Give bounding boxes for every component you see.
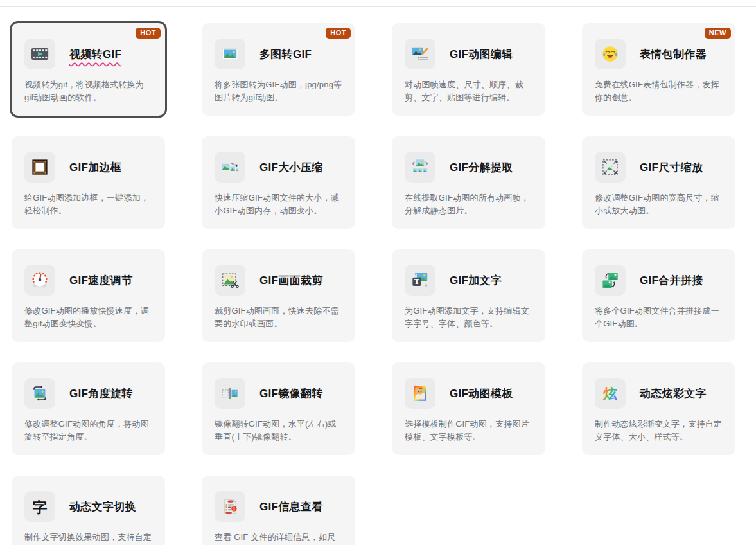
- tool-description: 快速压缩GIF动图文件的大小，减小GIF动图内存，动图变小。: [215, 192, 342, 217]
- add-text-icon: T: [405, 265, 435, 296]
- tool-description: 免费在线GIF表情包制作器，发挥你的创意。: [595, 78, 723, 104]
- multi-photo-icon: [215, 39, 245, 69]
- compress-images-icon: [215, 152, 245, 183]
- card-header: GIF镜像翻转: [215, 378, 342, 409]
- card-header: GIF画面裁剪: [215, 265, 342, 296]
- tool-description: 将多个GIF动图文件合并拼接成一个GIF动图。: [595, 305, 723, 330]
- tool-title: GIF镜像翻转: [259, 386, 322, 401]
- tool-card-16[interactable]: 炫 动态炫彩文字 制作动态炫彩渐变文字，支持自定义字体、大小、样式等。: [582, 362, 735, 455]
- status-badge: NEW: [705, 28, 731, 39]
- tool-description: 为GIF动图添加文字，支持编辑文字字号、字体、颜色等。: [405, 305, 532, 330]
- tool-card-8[interactable]: GIF尺寸缩放 修改调整GIF动图的宽高尺寸，缩小或放大动图。: [582, 136, 735, 229]
- tool-description: 裁剪GIF动图画面，快速去除不需要的水印或画面。: [215, 305, 342, 330]
- tool-description: 对动图帧速度、尺寸、顺序、裁剪、文字、贴图等进行编辑。: [405, 78, 532, 104]
- tool-description: 镜像翻转GIF动图，水平(左右)或垂直(上下)镜像翻转。: [215, 418, 342, 443]
- picture-frame-icon: [24, 152, 55, 183]
- top-divider: [0, 0, 756, 7]
- card-header: 炫 动态炫彩文字: [595, 378, 723, 409]
- tool-title: GIF大小压缩: [259, 160, 322, 175]
- card-header: GIF速度调节: [24, 265, 152, 296]
- tool-title: GIF角度旋转: [69, 386, 132, 401]
- tool-card-7[interactable]: GIF分解提取 在线提取GIF动图的所有动画帧，分解成静态图片。: [392, 136, 545, 229]
- tool-description: 将多张图转为GIF动图，jpg/png等图片转为gif动图。: [215, 78, 342, 104]
- tool-card-5[interactable]: GIF加边框 给GIF动图添加边框，一键添加，轻松制作。: [12, 136, 165, 229]
- tool-description: 给GIF动图添加边框，一键添加，轻松制作。: [24, 192, 152, 217]
- resize-arrows-icon: [595, 152, 626, 183]
- tool-title: GIF分解提取: [450, 160, 513, 175]
- tool-title: GIF信息查看: [259, 499, 322, 514]
- char-switch-icon: 字: [24, 491, 55, 522]
- rotate-arrows-icon: [24, 378, 55, 409]
- tool-description: 在线提取GIF动图的所有动画帧，分解成静态图片。: [405, 192, 532, 217]
- card-header: GIF大小压缩: [215, 152, 342, 183]
- tool-description: 选择模板制作GIF动图，支持图片模板、文字模板等。: [405, 418, 532, 443]
- svg-text:炫: 炫: [602, 386, 617, 402]
- photo-edit-icon: [405, 39, 435, 69]
- tool-card-4[interactable]: NEW 表情包制作器 免费在线GIF表情包制作器，发挥你的创意。: [582, 23, 735, 116]
- tool-title: 表情包制作器: [640, 47, 707, 62]
- card-header: GIF信息查看: [215, 491, 342, 522]
- tool-description: 修改调整GIF动图的宽高尺寸，缩小或放大动图。: [595, 192, 723, 217]
- tool-title: GIF动图编辑: [450, 47, 513, 62]
- card-header: 多图转GIF: [215, 39, 342, 69]
- laughing-emoji-icon: [595, 39, 626, 69]
- card-header: GIF加边框: [24, 152, 152, 183]
- tool-card-6[interactable]: GIF大小压缩 快速压缩GIF动图文件的大小，减小GIF动图内存，动图变小。: [202, 136, 355, 229]
- card-header: GIF动图模板: [405, 378, 532, 409]
- tool-title: GIF加文字: [450, 273, 502, 288]
- tool-title: GIF动图模板: [450, 386, 513, 401]
- card-header: 字 动态文字切换: [24, 491, 152, 522]
- tool-title: 动态炫彩文字: [640, 386, 707, 401]
- tool-title: 动态文字切换: [69, 499, 136, 514]
- tool-card-12[interactable]: GIF合并拼接 将多个GIF动图文件合并拼接成一个GIF动图。: [582, 249, 735, 342]
- card-header: GIF分解提取: [405, 152, 532, 183]
- tool-card-9[interactable]: GIF速度调节 修改GIF动图的播放快慢速度，调整gif动图变快变慢。: [12, 249, 165, 342]
- template-photo-icon: [405, 378, 435, 409]
- status-badge: HOT: [136, 28, 161, 39]
- status-badge: HOT: [326, 28, 351, 39]
- tool-title: 视频转GIF: [69, 47, 121, 62]
- svg-text:T: T: [414, 278, 419, 285]
- card-header: GIF合并拼接: [595, 265, 723, 296]
- tool-title: GIF加边框: [69, 160, 121, 175]
- tool-card-17[interactable]: 字 动态文字切换 制作文字切换效果动图，支持自定义文字、大小、样式等。: [12, 476, 165, 545]
- speedometer-icon: [24, 265, 55, 296]
- film-play-icon: [24, 39, 55, 69]
- tool-title: 多图转GIF: [259, 47, 312, 62]
- document-info-icon: [215, 491, 245, 522]
- card-header: GIF角度旋转: [24, 378, 152, 409]
- extract-frames-icon: [405, 152, 435, 183]
- svg-text:字: 字: [33, 499, 48, 515]
- tool-description: 制作文字切换效果动图，支持自定义文字、大小、样式等。: [24, 531, 152, 545]
- tool-grid: HOT 视频转GIF 视频转为gif，将视频格式转换为gif动图动画的软件。 H…: [12, 23, 756, 545]
- tool-description: 制作动态炫彩渐变文字，支持自定义字体、大小、样式等。: [595, 418, 723, 443]
- tool-card-15[interactable]: GIF动图模板 选择模板制作GIF动图，支持图片模板、文字模板等。: [392, 362, 545, 455]
- mirror-flip-icon: [215, 378, 245, 409]
- crop-scissors-icon: [215, 265, 245, 296]
- card-header: 视频转GIF: [24, 39, 152, 69]
- colorful-char-icon: 炫: [595, 378, 626, 409]
- tool-description: 视频转为gif，将视频格式转换为gif动图动画的软件。: [24, 78, 152, 104]
- tool-card-11[interactable]: T GIF加文字 为GIF动图添加文字，支持编辑文字字号、字体、颜色等。: [392, 249, 545, 342]
- tool-card-2[interactable]: HOT 多图转GIF 将多张图转为GIF动图，jpg/png等图片转为gif动图…: [202, 23, 355, 116]
- card-header: GIF尺寸缩放: [595, 152, 723, 183]
- tool-card-1[interactable]: HOT 视频转GIF 视频转为gif，将视频格式转换为gif动图动画的软件。: [12, 23, 165, 116]
- card-header: 表情包制作器: [595, 39, 723, 69]
- tool-title: GIF尺寸缩放: [640, 160, 703, 175]
- card-header: T GIF加文字: [405, 265, 532, 296]
- tool-card-18[interactable]: GIF信息查看 查看 GIF 文件的详细信息，如尺寸、大小、帧数等信息。: [202, 476, 355, 545]
- merge-arrows-icon: [595, 265, 626, 296]
- tool-description: 查看 GIF 文件的详细信息，如尺寸、大小、帧数等信息。: [215, 531, 342, 545]
- tool-card-3[interactable]: GIF动图编辑 对动图帧速度、尺寸、顺序、裁剪、文字、贴图等进行编辑。: [392, 23, 545, 116]
- tool-title: GIF画面裁剪: [259, 273, 322, 288]
- tool-card-14[interactable]: GIF镜像翻转 镜像翻转GIF动图，水平(左右)或垂直(上下)镜像翻转。: [202, 362, 355, 455]
- tool-description: 修改GIF动图的播放快慢速度，调整gif动图变快变慢。: [24, 305, 152, 330]
- card-header: GIF动图编辑: [405, 39, 532, 69]
- tool-description: 修改调整GIF动图的角度，将动图旋转至指定角度。: [24, 418, 152, 443]
- tool-title: GIF合并拼接: [640, 273, 703, 288]
- tool-title: GIF速度调节: [69, 273, 132, 288]
- tool-card-10[interactable]: GIF画面裁剪 裁剪GIF动图画面，快速去除不需要的水印或画面。: [202, 249, 355, 342]
- tool-card-13[interactable]: GIF角度旋转 修改调整GIF动图的角度，将动图旋转至指定角度。: [12, 362, 165, 455]
